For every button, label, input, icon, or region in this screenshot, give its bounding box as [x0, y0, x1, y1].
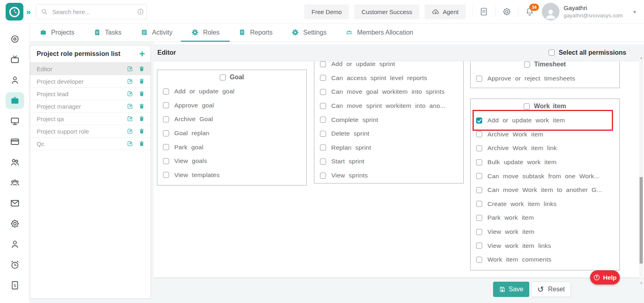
- role-row[interactable]: Project developer: [30, 75, 151, 88]
- avatar[interactable]: [542, 3, 559, 21]
- permission-item[interactable]: Can move Work item to another G...: [471, 183, 619, 197]
- role-row[interactable]: Project lead: [30, 88, 151, 100]
- permission-item[interactable]: View sprints: [314, 169, 463, 183]
- permission-checkbox[interactable]: [476, 257, 482, 263]
- permission-item[interactable]: View templates: [157, 168, 306, 182]
- role-row[interactable]: Project support role: [30, 125, 151, 138]
- scrollbar-thumb[interactable]: [640, 177, 643, 264]
- permission-item[interactable]: Delete sprint: [314, 127, 463, 141]
- permission-checkbox[interactable]: [163, 144, 169, 150]
- settings-button[interactable]: [502, 7, 512, 16]
- trash-icon[interactable]: [138, 103, 145, 109]
- trash-icon[interactable]: [138, 140, 145, 147]
- permission-checkbox[interactable]: [476, 145, 482, 151]
- vertical-scrollbar[interactable]: ▲ ▼: [639, 56, 643, 285]
- permission-item[interactable]: View goals: [157, 154, 306, 168]
- tab-tasks[interactable]: Tasks: [93, 23, 122, 41]
- permission-checkbox[interactable]: [320, 117, 326, 123]
- sidebar-item-invoices[interactable]: [6, 277, 24, 294]
- permission-checkbox[interactable]: [163, 158, 169, 164]
- trash-icon[interactable]: [138, 115, 145, 122]
- permission-item[interactable]: Start sprint: [314, 155, 463, 169]
- permission-checkbox[interactable]: [320, 173, 326, 179]
- group-checkbox[interactable]: [524, 62, 530, 68]
- tab-projects[interactable]: Projects: [39, 23, 74, 41]
- notifications-button[interactable]: 34: [525, 7, 535, 16]
- permission-checkbox[interactable]: [320, 75, 326, 81]
- sidebar-item-workstation[interactable]: [6, 113, 24, 130]
- trash-icon[interactable]: [138, 66, 145, 72]
- permission-checkbox[interactable]: [163, 130, 169, 136]
- edit-icon[interactable]: [127, 115, 133, 122]
- permission-checkbox[interactable]: [476, 201, 482, 207]
- permission-checkbox[interactable]: [476, 131, 482, 137]
- select-all-checkbox[interactable]: [549, 49, 555, 56]
- tab-activity[interactable]: Activity: [140, 23, 173, 41]
- permission-item[interactable]: Can move sprint workitem into ano...: [314, 99, 463, 113]
- role-row[interactable]: Editor: [30, 63, 151, 75]
- permission-item[interactable]: Replan sprint: [314, 141, 463, 155]
- sidebar-item-projects[interactable]: [6, 92, 24, 109]
- free-demo-button[interactable]: Free Demo: [304, 4, 349, 19]
- permission-item[interactable]: Complete sprint: [314, 113, 463, 127]
- sidebar-item-profile[interactable]: [6, 72, 24, 89]
- edit-icon[interactable]: [127, 78, 133, 85]
- permission-checkbox[interactable]: [163, 116, 169, 122]
- edit-icon[interactable]: [127, 128, 133, 134]
- sidebar-item-tracker[interactable]: [6, 31, 24, 47]
- group-title-row[interactable]: Goal: [157, 70, 306, 85]
- permission-checkbox[interactable]: [320, 131, 326, 137]
- permission-item[interactable]: Can access sprint level reports: [314, 71, 463, 85]
- sidebar-item-settings[interactable]: [6, 215, 24, 232]
- permission-checkbox[interactable]: [163, 102, 169, 108]
- customer-success-button[interactable]: Customer Success: [354, 4, 419, 19]
- sidebar-item-time[interactable]: [6, 256, 24, 273]
- permission-item[interactable]: View work item links: [471, 239, 619, 253]
- permission-checkbox[interactable]: [476, 173, 482, 179]
- info-icon[interactable]: [137, 8, 144, 15]
- reset-button[interactable]: ↺ Reset: [531, 282, 571, 297]
- edit-icon[interactable]: [127, 140, 133, 147]
- permission-checkbox[interactable]: [163, 172, 169, 178]
- group-checkbox[interactable]: [524, 103, 530, 109]
- save-button[interactable]: Save: [493, 282, 529, 297]
- help-button[interactable]: Help: [590, 270, 620, 284]
- trash-icon[interactable]: [138, 78, 145, 85]
- trash-icon[interactable]: [138, 128, 145, 134]
- tab-reports[interactable]: Reports: [238, 23, 272, 41]
- chevron-down-icon[interactable]: ▾: [633, 9, 636, 15]
- permission-item[interactable]: Archive Goal: [157, 112, 306, 126]
- user-info[interactable]: Gayathri gayathri@snovasys.com: [564, 4, 623, 19]
- sidebar-expand-chevrons-icon[interactable]: »: [26, 7, 30, 16]
- permission-checkbox[interactable]: [476, 76, 482, 82]
- permission-item[interactable]: Goal replan: [157, 126, 306, 140]
- role-row[interactable]: Qc: [30, 138, 151, 150]
- app-logo[interactable]: [6, 3, 23, 21]
- permission-checkbox[interactable]: [476, 159, 482, 165]
- agent-button[interactable]: Agent: [425, 4, 466, 19]
- group-checkbox[interactable]: [220, 74, 226, 80]
- add-role-button[interactable]: +: [139, 49, 145, 59]
- permission-item[interactable]: Park work item: [471, 211, 619, 225]
- sidebar-item-billing[interactable]: [6, 133, 24, 150]
- edit-icon[interactable]: [127, 66, 133, 72]
- permission-item[interactable]: Bulk update work item: [471, 155, 619, 169]
- permission-checkbox[interactable]: [320, 61, 326, 67]
- permission-item[interactable]: Approve or reject timesheets: [471, 72, 619, 86]
- sidebar-item-clients[interactable]: [6, 154, 24, 171]
- search-input[interactable]: [52, 8, 133, 16]
- sidebar-item-mail[interactable]: [6, 195, 24, 212]
- sidebar-item-channels[interactable]: [6, 51, 24, 68]
- role-row[interactable]: Project qa: [30, 113, 151, 125]
- notes-button[interactable]: [479, 7, 489, 16]
- permission-item[interactable]: Archive Work item link: [471, 141, 619, 155]
- permission-checkbox[interactable]: [476, 187, 482, 193]
- permission-item[interactable]: Add or update goal: [157, 85, 306, 99]
- permission-item[interactable]: View work item: [471, 225, 619, 239]
- permission-checkbox[interactable]: [320, 103, 326, 109]
- tab-roles[interactable]: Roles: [191, 23, 219, 41]
- scroll-down-arrow-icon[interactable]: ▼: [639, 282, 643, 285]
- role-row[interactable]: Project manager: [30, 100, 151, 113]
- sidebar-item-teams[interactable]: [6, 174, 24, 191]
- permission-item[interactable]: Park goal: [157, 140, 306, 154]
